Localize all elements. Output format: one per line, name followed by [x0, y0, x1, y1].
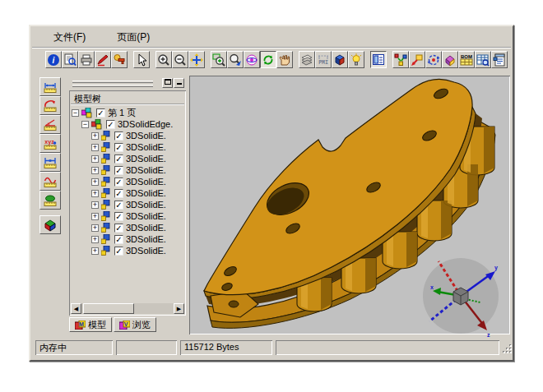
measure-xyz-icon: xyz: [44, 137, 57, 150]
expand-icon[interactable]: +: [91, 236, 99, 243]
tree-label: 第 1 页: [108, 107, 136, 119]
explode-button[interactable]: [392, 51, 409, 68]
status-field-2: [116, 340, 177, 355]
tree-row-part[interactable]: + ✓ 3DSolidE.: [72, 176, 183, 187]
tree-horizontal-scrollbar[interactable]: ◀ ▶: [71, 303, 184, 314]
print-button[interactable]: [78, 51, 95, 68]
rotate-part-button[interactable]: [425, 51, 442, 68]
pmi-icon: PMI: [317, 53, 330, 67]
tree-row-part[interactable]: + ✓ 3DSolidE.: [72, 141, 183, 153]
measure-length-icon: [44, 81, 57, 94]
tree-row-part[interactable]: + ✓ 3DSolidE.: [72, 245, 183, 256]
nav-triad[interactable]: x y z: [420, 255, 502, 337]
expand-icon[interactable]: +: [91, 155, 99, 163]
stamp-button[interactable]: [111, 51, 128, 68]
dock-gripper-2: [72, 85, 153, 87]
erase-part-button[interactable]: [442, 51, 458, 68]
checkbox-checked[interactable]: ✓: [114, 189, 123, 198]
measure-angle-button[interactable]: [39, 115, 61, 134]
checkbox-checked[interactable]: ✓: [106, 120, 115, 129]
checkbox-checked[interactable]: ✓: [96, 108, 105, 118]
tree-row-part[interactable]: + ✓ 3DSolidE.: [72, 233, 183, 245]
panel-hide-button[interactable]: [174, 78, 184, 88]
measure-area-button[interactable]: [39, 191, 61, 210]
checkbox-checked[interactable]: ✓: [114, 235, 123, 244]
checkbox-checked[interactable]: ✓: [114, 201, 123, 210]
toolbar-group-view: [211, 51, 293, 68]
expand-icon[interactable]: +: [91, 247, 99, 255]
info-button[interactable]: i: [45, 51, 62, 68]
print-preview-button[interactable]: [62, 51, 78, 68]
tree-row-assembly[interactable]: − ✓ 3DSolidEdge.: [72, 118, 183, 130]
collapse-icon[interactable]: −: [81, 121, 89, 128]
measure-angle-icon: [44, 118, 57, 131]
checkbox-checked[interactable]: ✓: [114, 131, 123, 141]
model-tree-toggle-button[interactable]: [370, 51, 387, 68]
tree-row-part[interactable]: + ✓ 3DSolidE.: [72, 187, 183, 199]
checkbox-checked[interactable]: ✓: [114, 143, 123, 152]
measure-curve-button[interactable]: [39, 172, 61, 191]
render-cube-button[interactable]: [332, 51, 348, 68]
move-part-button[interactable]: [409, 51, 425, 68]
zoom-in-button[interactable]: [155, 51, 172, 68]
tree-label: 3DSolidE.: [126, 142, 166, 152]
expand-icon[interactable]: +: [91, 190, 99, 197]
zoom-dynamic-button[interactable]: [227, 51, 244, 68]
collapse-icon[interactable]: −: [72, 109, 79, 117]
measure-length-button[interactable]: [39, 77, 61, 96]
measure-radius-button[interactable]: [39, 96, 61, 115]
tree-panel-caption[interactable]: [69, 77, 186, 89]
pan-button[interactable]: [188, 51, 205, 68]
scrollbar-thumb[interactable]: [83, 303, 134, 314]
report-button[interactable]: [491, 51, 508, 68]
move-part-icon: [411, 53, 424, 67]
layers-button[interactable]: [299, 51, 315, 68]
expand-icon[interactable]: +: [91, 132, 99, 140]
expand-icon[interactable]: +: [91, 167, 99, 174]
menu-file[interactable]: 文件(F): [50, 29, 89, 46]
table-query-button[interactable]: [475, 51, 491, 68]
tab-browse[interactable]: V 浏览: [114, 317, 156, 332]
tree-row-part[interactable]: + ✓ 3DSolidE.: [72, 164, 183, 176]
checkbox-checked[interactable]: ✓: [114, 154, 123, 164]
checkbox-checked[interactable]: ✓: [114, 166, 123, 175]
expand-icon[interactable]: +: [91, 178, 99, 186]
rotate-view-button[interactable]: [260, 51, 276, 68]
orbit-button[interactable]: [244, 51, 260, 68]
scroll-right-button[interactable]: ▶: [174, 303, 184, 314]
expand-icon[interactable]: +: [91, 224, 99, 232]
annotate-button[interactable]: [95, 51, 111, 68]
tab-model[interactable]: M 模型: [69, 317, 112, 332]
tree-row-part[interactable]: + ✓ 3DSolidE.: [72, 153, 183, 164]
scroll-left-button[interactable]: ◀: [71, 303, 81, 314]
view-cube-button[interactable]: [39, 215, 61, 234]
expand-icon[interactable]: +: [91, 213, 99, 220]
measure-coordinate-button[interactable]: xyz: [39, 134, 61, 153]
expand-icon[interactable]: +: [91, 144, 99, 151]
checkbox-checked[interactable]: ✓: [114, 178, 123, 187]
bom-button[interactable]: BOM: [458, 51, 475, 68]
zoom-window-button[interactable]: [211, 51, 227, 68]
printer-icon: [80, 53, 93, 67]
measure-distance-button[interactable]: [39, 153, 61, 172]
tree-row-part[interactable]: + ✓ 3DSolidE.: [72, 199, 183, 210]
zoom-out-button[interactable]: [172, 51, 188, 68]
checkbox-checked[interactable]: ✓: [114, 212, 123, 221]
expand-icon[interactable]: +: [91, 201, 99, 209]
tree-row-part[interactable]: + ✓ 3DSolidE.: [72, 210, 183, 222]
menu-page[interactable]: 页面(P): [114, 29, 153, 46]
tree-row-part[interactable]: + ✓ 3DSolidE.: [72, 222, 183, 233]
checkbox-checked[interactable]: ✓: [114, 247, 123, 256]
pan-hand-button[interactable]: [276, 51, 293, 68]
checkbox-checked[interactable]: ✓: [114, 224, 123, 233]
tree-label: 3DSolidE.: [126, 200, 166, 210]
tree-row-part[interactable]: + ✓ 3DSolidE.: [72, 130, 183, 141]
panel-float-button[interactable]: [162, 78, 173, 88]
pmi-button[interactable]: PMI: [315, 51, 332, 68]
minimize-icon: [176, 79, 183, 85]
lighting-button[interactable]: [348, 51, 364, 68]
select-button[interactable]: [133, 51, 150, 68]
resize-grip[interactable]: [502, 344, 513, 354]
viewport-3d[interactable]: x y z: [189, 76, 510, 334]
tree-row-page[interactable]: − ✓ 第 1 页: [72, 107, 183, 118]
